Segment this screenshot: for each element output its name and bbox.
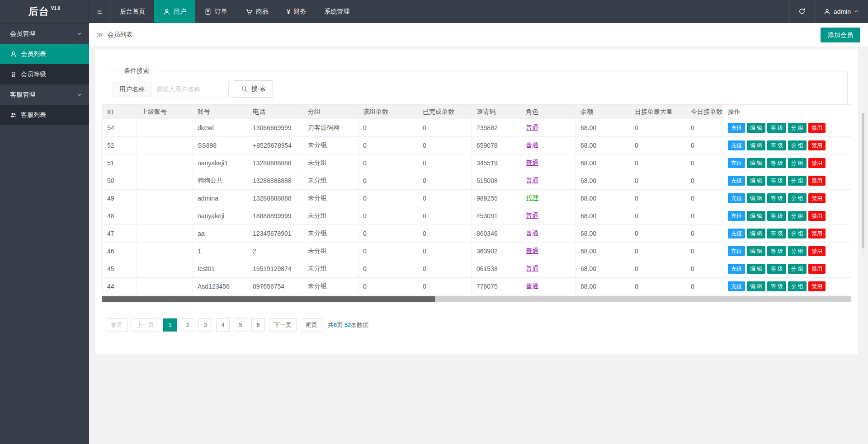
recharge-button[interactable]: 充值: [728, 246, 745, 256]
level-button[interactable]: 等 级: [767, 246, 786, 256]
sidebar-group-4[interactable]: 客服管理: [0, 84, 89, 105]
page-title: 会员列表: [108, 31, 133, 39]
edit-button[interactable]: 编 辑: [747, 123, 765, 133]
disable-button[interactable]: 禁用: [808, 246, 826, 256]
recharge-button[interactable]: 充值: [728, 193, 745, 203]
level-button[interactable]: 等 级: [767, 281, 786, 291]
role-link[interactable]: 普通: [526, 247, 538, 254]
nav-item-6[interactable]: 系统管理: [315, 0, 359, 23]
username-input[interactable]: [151, 81, 229, 97]
recharge-button[interactable]: 充值: [728, 264, 745, 274]
add-member-button[interactable]: 添加会员: [821, 28, 860, 42]
disable-button[interactable]: 禁用: [808, 281, 826, 291]
group-button[interactable]: 分 组: [788, 158, 807, 168]
edit-button[interactable]: 编 辑: [747, 264, 765, 274]
disable-button[interactable]: 禁用: [808, 229, 826, 238]
level-button[interactable]: 等 级: [767, 264, 786, 274]
role-link[interactable]: 普通: [526, 282, 538, 290]
group-button[interactable]: 分 组: [788, 123, 807, 133]
role-link[interactable]: 普通: [526, 141, 538, 149]
edit-button[interactable]: 编 辑: [747, 176, 765, 186]
group-button[interactable]: 分 组: [788, 193, 807, 203]
refresh-button[interactable]: [789, 0, 814, 23]
recharge-button[interactable]: 充值: [728, 140, 745, 150]
menu-toggle-button[interactable]: [89, 0, 111, 23]
nav-item-5[interactable]: ¥财务: [278, 0, 315, 23]
vertical-scrollbar[interactable]: [862, 113, 864, 248]
nav-item-label: 财务: [293, 8, 306, 16]
page-1-button[interactable]: 1: [163, 318, 177, 332]
recharge-button[interactable]: 充值: [728, 123, 745, 133]
level-button[interactable]: 等 级: [767, 193, 786, 203]
sidebar-item-5[interactable]: 客服列表: [0, 105, 89, 125]
edit-button[interactable]: 编 辑: [747, 246, 765, 256]
horizontal-scrollbar[interactable]: [102, 296, 851, 302]
recharge-button[interactable]: 充值: [728, 211, 745, 221]
recharge-button[interactable]: 充值: [728, 176, 745, 186]
disable-button[interactable]: 禁用: [808, 158, 826, 168]
level-button[interactable]: 等 级: [767, 158, 786, 168]
group-button[interactable]: 分 组: [788, 246, 807, 256]
nav-item-2[interactable]: 用户: [154, 0, 195, 23]
disable-button[interactable]: 禁用: [808, 123, 826, 133]
role-link[interactable]: 普通: [526, 212, 538, 219]
nav-item-4[interactable]: 商品: [236, 0, 278, 23]
recharge-button[interactable]: 充值: [728, 229, 745, 238]
sidebar-item-2[interactable]: 会员列表: [0, 44, 89, 64]
cell-actions: 充值编 辑等 级分 组禁用: [723, 190, 851, 207]
cell-account: Asd123456: [193, 278, 248, 295]
sidebar-item-3[interactable]: 会员等级: [0, 64, 89, 84]
level-button[interactable]: 等 级: [767, 123, 786, 133]
cell-id: 46: [102, 243, 137, 260]
role-link[interactable]: 普通: [526, 124, 538, 131]
level-button[interactable]: 等 级: [767, 229, 786, 238]
edit-button[interactable]: 编 辑: [747, 193, 765, 203]
cell-actions: 充值编 辑等 级分 组禁用: [723, 137, 851, 154]
level-button[interactable]: 等 级: [767, 140, 786, 150]
cell-daily-max: 0: [630, 190, 686, 207]
group-button[interactable]: 分 组: [788, 281, 807, 291]
role-link[interactable]: 普通: [526, 265, 538, 272]
role-link[interactable]: 普通: [526, 177, 538, 184]
group-button[interactable]: 分 组: [788, 140, 807, 150]
cell-balance: 68.00: [576, 225, 630, 243]
group-button[interactable]: 分 组: [788, 211, 807, 221]
edit-button[interactable]: 编 辑: [747, 140, 765, 150]
edit-button[interactable]: 编 辑: [747, 158, 765, 168]
edit-button[interactable]: 编 辑: [747, 281, 765, 291]
page-3-button[interactable]: 3: [198, 318, 212, 332]
cell-parent-account: [137, 137, 193, 154]
page-2-button[interactable]: 2: [181, 318, 194, 332]
role-link[interactable]: 代理: [526, 194, 538, 201]
disable-button[interactable]: 禁用: [808, 176, 826, 186]
disable-button[interactable]: 禁用: [808, 211, 826, 221]
disable-button[interactable]: 禁用: [808, 140, 826, 150]
page-4-button[interactable]: 4: [216, 318, 230, 332]
next-page-button[interactable]: 下一页: [269, 318, 297, 332]
role-link[interactable]: 普通: [526, 159, 538, 166]
horizontal-scrollbar-thumb[interactable]: [102, 296, 435, 302]
search-button[interactable]: 搜 索: [234, 80, 273, 98]
nav-item-1[interactable]: 后台首页: [111, 0, 154, 23]
edit-button[interactable]: 编 辑: [747, 211, 765, 221]
page-5-button[interactable]: 5: [234, 318, 247, 332]
last-page-button[interactable]: 尾页: [301, 318, 322, 332]
group-button[interactable]: 分 组: [788, 264, 807, 274]
level-button[interactable]: 等 级: [767, 211, 786, 221]
role-link[interactable]: 普通: [526, 229, 538, 237]
cell-actions: 充值编 辑等 级分 组禁用: [723, 278, 851, 295]
page-6-button[interactable]: 6: [251, 318, 265, 332]
level-button[interactable]: 等 级: [767, 176, 786, 186]
app-logo[interactable]: 后台V1.0: [0, 0, 89, 23]
sidebar-group-1[interactable]: 会员管理: [0, 23, 89, 44]
group-button[interactable]: 分 组: [788, 229, 807, 238]
group-button[interactable]: 分 组: [788, 176, 807, 186]
nav-item-3[interactable]: 订单: [195, 0, 236, 23]
disable-button[interactable]: 禁用: [808, 264, 826, 274]
user-menu[interactable]: admin: [814, 0, 868, 23]
disable-button[interactable]: 禁用: [808, 193, 826, 203]
cell-phone: 13066669999: [248, 119, 303, 137]
edit-button[interactable]: 编 辑: [747, 229, 765, 238]
recharge-button[interactable]: 充值: [728, 158, 745, 168]
recharge-button[interactable]: 充值: [728, 281, 745, 291]
